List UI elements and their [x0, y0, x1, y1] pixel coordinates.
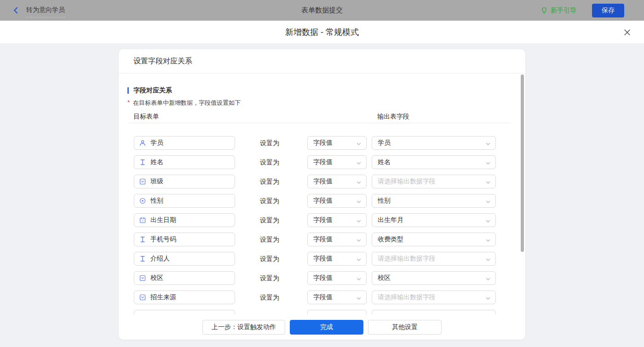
target-field-box[interactable]: 校区	[134, 271, 235, 285]
scrollbar-thumb[interactable]	[521, 74, 524, 252]
chevron-down-icon	[485, 199, 491, 205]
field-mapping-row: 校区 设置为 字段值 校区	[119, 271, 525, 285]
output-field-select[interactable]: 校区	[372, 271, 496, 285]
field-mapping-row: 性别 设置为 字段值 性别	[119, 194, 525, 208]
value-mode-label: 字段值	[313, 293, 333, 301]
page-body: 设置字段对应关系 字段对应关系 *在目标表单中新增数据，字段值设置如下 目标表单…	[0, 44, 644, 347]
output-field-select[interactable]: 出生年月	[372, 213, 496, 227]
target-field-label: 校区	[150, 274, 163, 282]
target-field-label: 学员	[150, 139, 163, 147]
set-to-label: 设置为	[260, 136, 279, 150]
target-field-box[interactable]: 手机号码	[134, 233, 235, 246]
field-mapping-row: 手机号码 设置为 字段值 收费类型	[119, 233, 525, 246]
chevron-down-icon	[356, 296, 362, 301]
value-mode-select[interactable]	[307, 310, 367, 314]
none	[139, 313, 146, 314]
target-field-label: 出生日期	[150, 216, 176, 224]
value-mode-select[interactable]: 字段值	[307, 155, 367, 169]
target-field-box[interactable]	[134, 310, 235, 314]
value-mode-select[interactable]: 字段值	[307, 213, 367, 227]
value-mode-label: 字段值	[313, 274, 333, 282]
set-to-label: 设置为	[260, 194, 279, 208]
value-mode-label: 字段值	[313, 139, 333, 147]
date-icon: 7	[139, 216, 146, 224]
target-field-box[interactable]: 招生来源	[134, 290, 235, 304]
output-field-label: 校区	[378, 274, 391, 282]
target-field-label: 招生来源	[150, 293, 176, 301]
previous-step-button[interactable]: 上一步：设置触发动作	[202, 320, 285, 335]
footer: 上一步：设置触发动作 完成 其他设置	[119, 320, 525, 335]
target-field-label: 手机号码	[150, 235, 176, 244]
output-field-select[interactable]: 学员	[372, 136, 496, 150]
value-mode-select[interactable]: 字段值	[307, 252, 367, 266]
set-to-label: 设置为	[260, 290, 279, 304]
chevron-down-icon	[356, 238, 362, 243]
field-mapping-row: 7 出生日期 设置为 字段值 出生年月	[119, 213, 525, 227]
done-button[interactable]: 完成	[290, 320, 363, 335]
chevron-down-icon	[356, 199, 362, 205]
output-field-select[interactable]: 收费类型	[372, 233, 496, 246]
target-field-box[interactable]: 7 出生日期	[134, 213, 235, 227]
value-mode-label: 字段值	[313, 235, 333, 244]
output-field-select[interactable]: 请选择输出数据字段	[372, 175, 496, 188]
save-button[interactable]: 保存	[592, 4, 624, 17]
set-to-label: 设置为	[260, 213, 279, 227]
value-mode-label: 字段值	[313, 255, 333, 263]
field-mapping-row: 招生来源 设置为 字段值 请选择输出数据字段	[119, 290, 525, 304]
value-mode-select[interactable]: 字段值	[307, 290, 367, 304]
chevron-down-icon	[356, 160, 362, 166]
close-button[interactable]	[622, 27, 632, 37]
user-icon	[139, 139, 146, 147]
radio-icon	[139, 197, 146, 205]
guide-button[interactable]: 新手引导	[540, 0, 576, 21]
field-mapping-row: 姓名 设置为 字段值 姓名	[119, 155, 525, 169]
chevron-down-icon	[356, 180, 362, 185]
select-icon	[139, 294, 146, 301]
value-mode-label: 字段值	[313, 216, 333, 224]
svg-text:7: 7	[142, 219, 144, 222]
value-mode-select[interactable]: 字段值	[307, 271, 367, 285]
output-field-label: 出生年月	[378, 216, 403, 224]
output-field-select[interactable]: 姓名	[372, 155, 496, 169]
close-icon	[624, 29, 631, 36]
value-mode-select[interactable]: 字段值	[307, 136, 367, 150]
chevron-down-icon	[356, 276, 362, 282]
field-mapping-row: 介绍人 设置为 字段值 请选择输出数据字段	[119, 252, 525, 266]
field-mapping-row	[119, 310, 525, 314]
target-field-box[interactable]: 班级	[134, 175, 235, 188]
output-field-label: 性别	[378, 197, 391, 205]
output-field-select[interactable]: 请选择输出数据字段	[372, 252, 496, 266]
other-settings-button[interactable]: 其他设置	[368, 320, 442, 335]
modal-title: 新增数据 - 常规模式	[0, 21, 644, 43]
output-field-label: 请选择输出数据字段	[378, 177, 436, 186]
value-mode-label: 字段值	[313, 177, 333, 186]
value-mode-label: 字段值	[313, 158, 333, 166]
output-field-select[interactable]: 性别	[372, 194, 496, 208]
target-field-box[interactable]: 姓名	[134, 155, 235, 169]
value-mode-select[interactable]: 字段值	[307, 194, 367, 208]
target-field-box[interactable]: 性别	[134, 194, 235, 208]
output-field-label: 收费类型	[378, 235, 403, 244]
output-field-label: 学员	[378, 139, 391, 147]
card-header: 设置字段对应关系	[119, 49, 525, 74]
rows-container: 学员 设置为 字段值 学员 姓名 设置为 字段值 姓名 班级 设置为	[119, 123, 525, 314]
set-to-label: 设置为	[260, 175, 279, 188]
topbar: 转为意向学员 表单数据提交 新手引导 保存	[0, 0, 644, 21]
output-field-select[interactable]: 请选择输出数据字段	[372, 290, 496, 304]
value-mode-select[interactable]: 字段值	[307, 175, 367, 188]
chevron-down-icon	[485, 218, 491, 224]
target-field-box[interactable]: 学员	[134, 136, 235, 150]
field-mapping-row: 班级 设置为 字段值 请选择输出数据字段	[119, 175, 525, 188]
chevron-down-icon	[356, 257, 362, 262]
text-icon	[139, 159, 146, 166]
section-title-text: 字段对应关系	[133, 86, 172, 95]
target-field-label: 介绍人	[150, 255, 170, 263]
text-icon	[139, 255, 146, 262]
chevron-down-icon	[485, 238, 491, 243]
target-field-box[interactable]: 介绍人	[134, 252, 235, 266]
chevron-down-icon	[485, 296, 491, 301]
section-title: 字段对应关系	[127, 86, 172, 95]
guide-label: 新手引导	[551, 6, 576, 15]
value-mode-select[interactable]: 字段值	[307, 233, 367, 246]
output-field-select[interactable]	[372, 310, 496, 314]
